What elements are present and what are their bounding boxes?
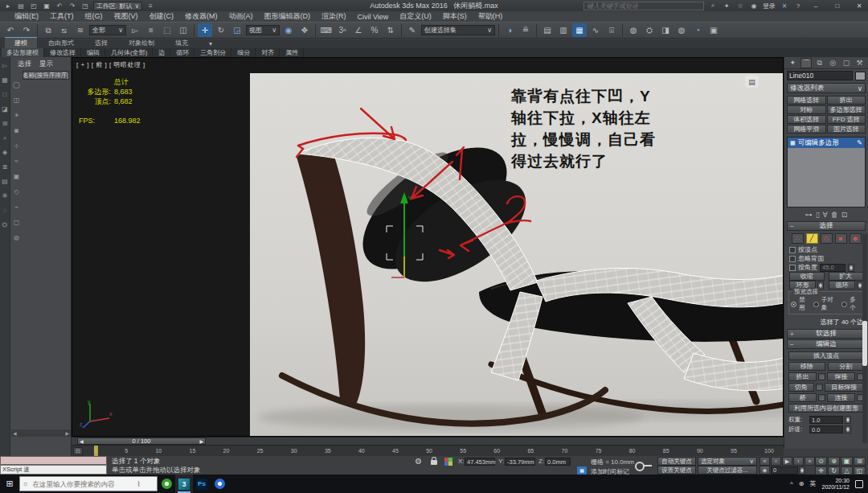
go-to-start-button[interactable]: « (760, 457, 770, 466)
filter-groups-icon[interactable]: ▣ (13, 173, 20, 180)
remove-modifier-icon[interactable]: 🗑 (831, 211, 838, 219)
taskbar-app-browser[interactable] (158, 475, 175, 493)
set-key-button[interactable]: 设置关键点 (657, 466, 696, 475)
tab-hierarchy-icon[interactable]: ⧉ (814, 58, 825, 68)
menu-customize[interactable]: 自定义(U) (399, 11, 432, 22)
rollout-selection[interactable]: −选择 (787, 221, 866, 231)
help-search-input[interactable] (583, 2, 704, 10)
undo-icon[interactable]: ↶ (55, 2, 64, 10)
open-file-icon[interactable]: ◰ (29, 2, 39, 10)
ribbon-group-edges[interactable]: 边 (154, 48, 170, 57)
ribbon-group-properties[interactable]: 属性 (280, 48, 304, 57)
maximize-button[interactable]: □ (829, 1, 846, 11)
curve-editor-icon[interactable]: ∿ (588, 23, 603, 37)
spinner-snap-icon[interactable]: ⇅ (383, 23, 398, 37)
windows-search-box[interactable]: ○ ⌇ (19, 476, 158, 491)
scroll-right-icon[interactable]: ▶ (65, 430, 69, 436)
explorer-find-icon[interactable]: ⌕ (2, 134, 9, 142)
modifier-btn-meshsmooth[interactable]: 网格平滑 (787, 125, 826, 134)
remove-button[interactable]: 移除 (788, 362, 825, 371)
target-weld-button[interactable]: 目标焊接 (825, 383, 864, 392)
taskbar-app-messenger[interactable] (211, 475, 228, 493)
selection-filter-dropdown[interactable]: 全部∨ (89, 25, 126, 35)
by-angle-checkbox[interactable] (789, 265, 796, 271)
favorites-star-icon[interactable]: ☆ (735, 2, 745, 10)
explorer-lock-icon[interactable]: ◈ (2, 149, 9, 156)
transform-typein-icon[interactable] (444, 458, 452, 466)
ignore-backfacing-checkbox[interactable] (789, 256, 796, 262)
polygon-subobject-icon[interactable]: ■ (835, 233, 847, 244)
filter-shapes-icon[interactable]: ◫ (13, 97, 20, 104)
auto-key-button[interactable]: 自动关键点 (657, 457, 696, 466)
menu-views[interactable]: 视图(V) (114, 11, 138, 22)
filter-xrefs-icon[interactable]: ◇ (13, 188, 20, 195)
explorer-hidden-icon[interactable]: ◌ (2, 207, 9, 214)
modifier-btn-extrude[interactable]: 挤出 (827, 96, 866, 105)
bind-spacewarp-icon[interactable]: ≋ (73, 23, 88, 37)
select-and-rotate-button[interactable]: ↻ (214, 23, 228, 37)
render-production-icon[interactable]: ◍ (674, 23, 689, 37)
ribbon-group-loops[interactable]: 循环 (171, 48, 194, 57)
explorer-tab-display[interactable]: 显示 (39, 60, 53, 69)
modifier-btn-ffd-select[interactable]: FFD 选择 (827, 115, 866, 124)
ribbon-toggle-icon[interactable]: ▦ (572, 23, 587, 37)
stack-item-editable-poly[interactable]: ▦ 可编辑多边形 ✎ (788, 138, 865, 148)
ribbon-tab-modeling[interactable]: 建模 (5, 37, 37, 48)
compass-icon[interactable]: ✦ (722, 2, 731, 10)
grow-button[interactable]: 扩大 (829, 272, 864, 281)
go-to-end-button[interactable]: » (805, 457, 815, 466)
angle-snap-icon[interactable]: ∠ (351, 23, 366, 37)
edit-selection-sets-icon[interactable]: ✎ (405, 23, 420, 37)
explorer-select-children-icon[interactable]: ⊞ (2, 120, 9, 127)
show-end-result-icon[interactable]: ▯ (816, 211, 820, 219)
ribbon-tab-populate[interactable]: 填充 (166, 38, 198, 48)
open-mini-curve-editor-icon[interactable]: ⊟ (73, 447, 83, 455)
zoom-icon[interactable]: ⊙ (815, 457, 827, 466)
rendered-frame-icon[interactable]: ◨ (658, 23, 673, 37)
help-icon[interactable]: ? (793, 2, 803, 10)
schematic-view-icon[interactable]: ⌸ (604, 23, 619, 37)
scroll-left-icon[interactable]: ◀ (13, 430, 17, 436)
connect-button[interactable]: 连接 (827, 393, 855, 402)
split-button[interactable]: 分割 (828, 362, 865, 371)
tab-create-icon[interactable]: ✦ (787, 58, 798, 68)
mirror-icon[interactable]: ◑ (502, 23, 517, 37)
unlink-icon[interactable]: ⧅ (57, 23, 72, 37)
filter-helpers-icon[interactable]: ⊹ (13, 142, 20, 150)
viewport-front[interactable]: [ + ] [ 前 ] [ 明暗处理 ] 总计 多边形:8,683 顶点:8,6… (72, 57, 784, 437)
insert-vertex-button[interactable]: 插入顶点 (788, 351, 864, 360)
menu-scripting[interactable]: 脚本(S) (443, 11, 467, 22)
taskbar-clock[interactable]: 20:30 2020/11/12 (821, 478, 850, 491)
chamfer-settings-icon[interactable]: □ (816, 384, 823, 391)
tab-modify-icon[interactable]: ⌒ (800, 58, 812, 68)
pin-stack-icon[interactable]: ⊶ (805, 211, 813, 219)
explorer-layer-icon[interactable]: ▤ (2, 178, 9, 185)
key-mode-toggle-icon[interactable]: ◈ (760, 466, 770, 475)
ribbon-group-align[interactable]: 对齐 (256, 48, 280, 57)
by-vertex-checkbox[interactable] (789, 247, 796, 253)
zoom-extents-icon[interactable]: ▣ (841, 457, 853, 466)
modifier-btn-patch-select[interactable]: 面片选择 (827, 125, 866, 134)
redo-icon[interactable]: ↷ (68, 2, 77, 10)
tab-utilities-icon[interactable]: ⚒ (854, 58, 866, 68)
extrude-button[interactable]: 挤出 (788, 372, 817, 381)
zoom-extents-all-icon[interactable]: ⊞ (854, 457, 866, 466)
chamfer-button[interactable]: 切角 (788, 383, 814, 392)
ribbon-tab-freeform[interactable]: 自由形式 (39, 38, 84, 48)
render-setup-icon[interactable]: ⛭ (642, 23, 657, 37)
pivot-center-icon[interactable]: ◉ (281, 23, 296, 37)
loop-button[interactable]: 循环 (829, 281, 855, 290)
menu-tools[interactable]: 工具(T) (50, 11, 74, 22)
user-icon[interactable]: ◉ (749, 2, 759, 10)
workspace-menu-icon[interactable]: ≡ (145, 2, 155, 10)
time-slider[interactable]: ◀ 0 / 100 ▶ (72, 437, 784, 445)
network-icon[interactable]: ⊕ (799, 480, 805, 487)
preview-off-radio[interactable] (791, 302, 796, 307)
next-frame-button[interactable]: › (793, 457, 804, 466)
taskbar-app-3dsmax[interactable]: 3 (175, 475, 193, 493)
input-language-indicator[interactable]: 英 (809, 479, 816, 488)
ribbon-group-geometry-all[interactable]: 几何体(全部) (106, 48, 153, 57)
selection-lock-icon[interactable] (431, 458, 437, 465)
time-tag-icon[interactable]: ▦ (577, 466, 587, 475)
frame-back-icon[interactable]: ◀ (80, 438, 84, 444)
